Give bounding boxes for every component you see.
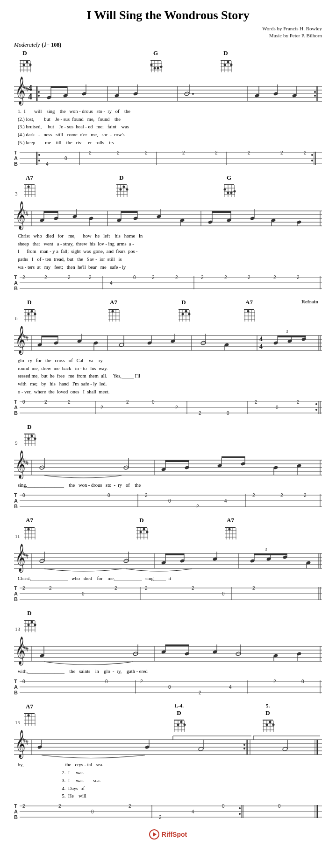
svg-rect-257 (42, 336, 58, 337)
chord-D-5: D (139, 517, 143, 524)
svg-point-452 (31, 621, 33, 623)
svg-point-130 (224, 188, 226, 190)
svg-text:T: T (14, 585, 17, 591)
svg-text:4: 4 (28, 92, 32, 101)
svg-text:2: 2 (252, 493, 255, 498)
svg-rect-474 (165, 644, 189, 646)
svg-text:B: B (14, 596, 18, 602)
svg-text:𝄞: 𝄞 (15, 325, 26, 355)
svg-text:2: 2 (304, 493, 307, 498)
svg-text:B: B (14, 690, 18, 695)
lyrics-s2-v1: Christ who died for me, how he left his … (18, 232, 318, 240)
chord-diagram-D-1b (219, 57, 233, 73)
svg-rect-208 (108, 309, 119, 310)
svg-rect-363 (24, 527, 35, 528)
chord-D-1b: D (223, 49, 228, 57)
svg-text:2: 2 (199, 411, 201, 416)
svg-point-33 (230, 63, 233, 66)
svg-text:2: 2 (255, 399, 257, 405)
svg-point-20 (154, 67, 156, 69)
svg-text:2: 2 (89, 150, 92, 155)
svg-text:A: A (14, 155, 18, 161)
chord-G-1: G (153, 49, 158, 57)
svg-point-556 (243, 748, 245, 749)
lyrics-s3-v1: glo - ry for the cross of Cal - va - ry. (18, 357, 318, 365)
tempo-label: Moderately (14, 42, 40, 49)
svg-point-304 (315, 409, 317, 411)
lyrics-s7-v1: by,_______________ the crys - tal sea. (18, 761, 318, 769)
svg-point-519 (184, 724, 186, 726)
svg-text:T: T (14, 492, 17, 498)
svg-text:T: T (14, 399, 17, 405)
lyrics-v1: 1. I will sing the won - drous sto - ry … (18, 108, 318, 116)
svg-text:2: 2 (117, 150, 120, 155)
chord-diagram-D-4 (22, 431, 36, 447)
svg-rect-168 (212, 211, 231, 213)
svg-point-227 (188, 313, 191, 315)
svg-point-216 (112, 310, 114, 312)
svg-point-528 (269, 721, 272, 723)
lyrics-v3: (3.) bruised, but Je - sus heal - ed me;… (18, 123, 318, 131)
svg-rect-372 (136, 527, 147, 528)
svg-text:2: 2 (49, 586, 52, 591)
svg-point-205 (31, 310, 33, 312)
lyrics-v2: (2.) lost, but Je - sus found me, found … (18, 116, 318, 124)
chord-diagram-D-5 (135, 524, 149, 540)
chord-diagram-A7-5b (223, 524, 237, 540)
svg-text:2: 2 (152, 275, 155, 280)
lyrics-system-5: Christ,_______________ who died for me,_… (14, 575, 322, 583)
tempo-bpm: (♩= 108) (42, 42, 61, 49)
lyrics-system-6: with,_______________ the saints in glo -… (14, 668, 322, 676)
watermark-container: RiffSpot (14, 829, 322, 840)
svg-point-454 (34, 624, 36, 626)
svg-text:𝄞: 𝄞 (15, 76, 26, 106)
svg-text:0: 0 (22, 679, 25, 684)
words-credit: Words by Francis H. Rowley (14, 25, 322, 32)
svg-rect-122 (224, 184, 234, 185)
chord-diagram-D-2 (114, 182, 129, 197)
svg-text:2: 2 (145, 150, 148, 155)
svg-point-110 (28, 185, 30, 188)
svg-text:4: 4 (192, 809, 194, 814)
svg-text:2: 2 (145, 586, 148, 591)
svg-text:4: 4 (229, 685, 232, 690)
svg-point-517 (180, 721, 183, 723)
svg-text:𝄞: 𝄞 (15, 201, 26, 231)
svg-rect-102 (24, 184, 35, 185)
svg-text:T: T (14, 274, 17, 280)
lyrics-s7-v2: 2. I was (18, 769, 318, 777)
lyrics-system-3: glo - ry for the cross of Cal - va - ry.… (14, 357, 322, 396)
svg-point-84 (38, 160, 40, 161)
lyrics-s6-v1: with,_______________ the saints in glo -… (18, 668, 318, 676)
lyrics-s2-v5: wa - ters at my feet; then he'll bear me… (18, 264, 318, 272)
svg-text:0: 0 (82, 591, 85, 596)
svg-rect-520 (263, 720, 273, 721)
lyrics-s3-v5: o - ver, where the loved ones I shall me… (18, 388, 318, 396)
lyrics-s2-v4: paths I of - ten tread, but the Sav - io… (18, 256, 318, 264)
svg-text:2: 2 (215, 150, 218, 155)
svg-text:2: 2 (175, 405, 178, 410)
chord-A7-3: A7 (110, 299, 117, 306)
svg-text:0: 0 (64, 156, 67, 161)
measure-num-13: 13 (15, 626, 20, 632)
svg-rect-335 (165, 460, 189, 462)
svg-point-381 (140, 531, 142, 533)
lyrics-s4-v1: sing,_______________ the won - drous sto… (18, 482, 318, 490)
chord-diagram-A7-3 (107, 306, 121, 322)
chord-diagram-D-3 (22, 306, 36, 322)
svg-text:2: 2 (68, 275, 71, 280)
lyrics-s5-v1: Christ,_______________ who died for me,_… (18, 575, 318, 583)
system-3: 6 Refrain D (14, 299, 322, 420)
svg-text:0: 0 (276, 405, 279, 410)
svg-text:2: 2 (114, 586, 117, 591)
svg-text:2: 2 (89, 275, 92, 280)
svg-rect-59 (51, 86, 67, 88)
svg-point-54 (314, 95, 316, 97)
svg-text:3: 3 (265, 547, 267, 552)
svg-text:2: 2 (248, 275, 250, 280)
svg-text:𝄞: 𝄞 (15, 450, 26, 480)
svg-point-371 (28, 528, 30, 530)
svg-point-555 (243, 744, 245, 746)
volta-1-label: 1.-4. (174, 703, 184, 708)
watermark-text: RiffSpot (162, 831, 187, 838)
